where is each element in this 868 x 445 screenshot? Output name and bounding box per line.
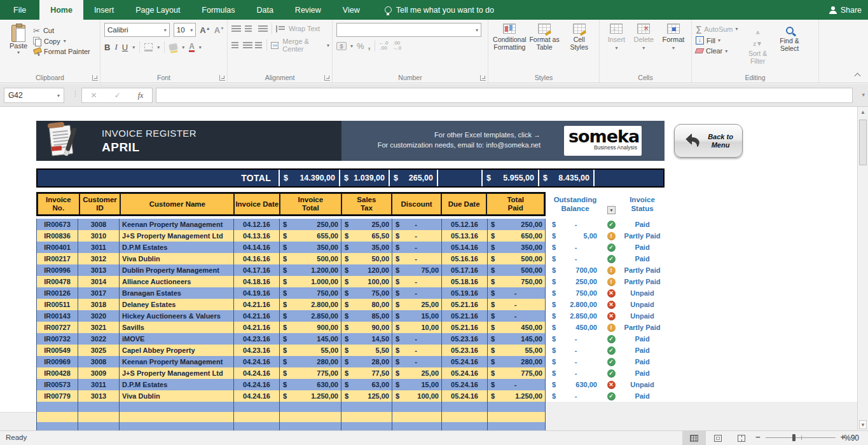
- cell-total-paid[interactable]: $-: [488, 299, 546, 310]
- cell-invoice-total[interactable]: $2.850,00: [280, 310, 341, 322]
- cell-due-date[interactable]: 05.14.16: [442, 242, 488, 253]
- cell-sales-tax[interactable]: $85,00: [341, 310, 392, 322]
- cell-invoice-no[interactable]: IR00996: [36, 264, 78, 276]
- cell-invoice-total[interactable]: $280,00: [280, 356, 341, 367]
- cell-invoice-status[interactable]: Unpaid: [620, 310, 665, 322]
- cell-styles-button[interactable]: Cell Styles: [561, 24, 596, 71]
- cell-total-paid[interactable]: $500,00: [488, 264, 546, 276]
- cell-invoice-total[interactable]: $250,00: [280, 219, 341, 230]
- shrink-font-button[interactable]: A▼: [214, 25, 224, 35]
- tab-home[interactable]: Home: [39, 0, 83, 20]
- italic-button[interactable]: I: [114, 42, 117, 52]
- cell-total-paid[interactable]: $-: [488, 379, 546, 390]
- tell-me-box[interactable]: Tell me what you want to do: [385, 0, 494, 20]
- status-icon-cell[interactable]: !: [602, 264, 620, 276]
- cell-due-date[interactable]: 05.12.16: [442, 219, 488, 230]
- font-color-button[interactable]: A: [189, 43, 195, 52]
- increase-decimal-button[interactable]: ←.0.00: [379, 41, 389, 51]
- enter-icon[interactable]: ✓: [114, 91, 121, 100]
- cell-invoice-total[interactable]: $500,00: [280, 253, 341, 264]
- cell-invoice-status[interactable]: Paid: [620, 253, 665, 264]
- format-as-table-button[interactable]: Format as Table: [527, 24, 562, 71]
- cell-sales-tax[interactable]: $120,00: [341, 264, 392, 276]
- merge-center-button[interactable]: Merge & Center: [282, 38, 323, 53]
- cell-discount[interactable]: $-: [392, 345, 442, 356]
- format-painter-button[interactable]: Format Painter: [33, 48, 90, 55]
- empty-cell[interactable]: [442, 402, 488, 412]
- collapse-ribbon-button[interactable]: [855, 72, 860, 78]
- format-cells-button[interactable]: Format ▾: [663, 24, 685, 71]
- cell-invoice-date[interactable]: 04.24.16: [234, 379, 280, 390]
- filter-button[interactable]: ▼: [607, 206, 616, 214]
- cell-sales-tax[interactable]: $63,00: [341, 379, 392, 390]
- zoom-slider-thumb[interactable]: [792, 434, 796, 441]
- cell-customer-name[interactable]: Viva Dublin: [120, 253, 234, 264]
- scroll-down-icon[interactable]: ▼: [859, 420, 867, 429]
- cell-due-date[interactable]: 05.23.16: [442, 333, 488, 345]
- cell-invoice-date[interactable]: 04.23.16: [234, 345, 280, 356]
- cell-outstanding-balance[interactable]: $-: [548, 367, 602, 379]
- cell-customer-name[interactable]: Keenan Property Management: [120, 356, 234, 367]
- cell-discount[interactable]: $15,00: [392, 379, 442, 390]
- align-center-icon[interactable]: [243, 42, 251, 48]
- cell-total-paid[interactable]: $280,00: [488, 356, 546, 367]
- number-format-select[interactable]: ▾: [336, 23, 481, 37]
- font-name-select[interactable]: Calibri▾: [104, 23, 170, 37]
- empty-cell[interactable]: [234, 422, 280, 430]
- cell-customer-id[interactable]: 3021: [78, 322, 120, 333]
- empty-cell[interactable]: [36, 402, 78, 412]
- cell-customer-name[interactable]: Alliance Auctioneers: [120, 276, 234, 287]
- status-icon-cell[interactable]: !: [602, 276, 620, 287]
- cell-invoice-total[interactable]: $900,00: [280, 322, 341, 333]
- paste-button[interactable]: Paste ▾: [4, 25, 33, 71]
- empty-cell[interactable]: [341, 412, 392, 422]
- cell-invoice-no[interactable]: IR00732: [36, 333, 78, 345]
- cell-customer-id[interactable]: 3022: [78, 333, 120, 345]
- cell-sales-tax[interactable]: $80,00: [341, 299, 392, 310]
- cell-invoice-no[interactable]: IR00573: [36, 379, 78, 390]
- cell-total-paid[interactable]: $55,00: [488, 345, 546, 356]
- insert-function-icon[interactable]: fx: [138, 91, 144, 100]
- status-icon-cell[interactable]: ✓: [602, 367, 620, 379]
- cell-customer-name[interactable]: Delaney Estates: [120, 299, 234, 310]
- clear-button[interactable]: Clear▾: [696, 47, 738, 55]
- bold-button[interactable]: B: [104, 43, 110, 52]
- cell-sales-tax[interactable]: $125,00: [341, 390, 392, 402]
- empty-cell[interactable]: [488, 412, 546, 422]
- status-icon-cell[interactable]: ✓: [602, 390, 620, 402]
- accounting-format-button[interactable]: $: [336, 42, 347, 50]
- cell-total-paid[interactable]: $500,00: [488, 253, 546, 264]
- cell-customer-name[interactable]: Keenan Property Management: [120, 219, 234, 230]
- cell-invoice-no[interactable]: IR00549: [36, 345, 78, 356]
- cell-invoice-date[interactable]: 04.23.16: [234, 333, 280, 345]
- cell-discount[interactable]: $-: [392, 242, 442, 253]
- cell-due-date[interactable]: 05.21.16: [442, 299, 488, 310]
- cell-invoice-status[interactable]: Paid: [620, 345, 665, 356]
- delete-cells-button[interactable]: Delete ▾: [633, 24, 654, 71]
- cell-total-paid[interactable]: $250,00: [488, 219, 546, 230]
- cell-invoice-status[interactable]: Paid: [620, 390, 665, 402]
- cell-customer-name[interactable]: Viva Dublin: [120, 390, 234, 402]
- borders-button[interactable]: [144, 43, 153, 51]
- status-icon-cell[interactable]: ✓: [602, 333, 620, 345]
- cell-invoice-no[interactable]: IR00126: [36, 287, 78, 299]
- cell-customer-name[interactable]: D.P.M Estates: [120, 379, 234, 390]
- cell-due-date[interactable]: 05.19.16: [442, 287, 488, 299]
- cell-outstanding-balance[interactable]: $700,00: [548, 264, 602, 276]
- cell-discount[interactable]: $10,00: [392, 322, 442, 333]
- cell-discount[interactable]: $-: [392, 356, 442, 367]
- insert-cells-button[interactable]: Insert ▾: [608, 24, 626, 71]
- empty-cell[interactable]: [120, 402, 234, 412]
- align-right-icon[interactable]: [255, 42, 263, 48]
- cell-invoice-no[interactable]: IR00836: [36, 230, 78, 242]
- tab-view[interactable]: View: [332, 0, 371, 20]
- vertical-scrollbar[interactable]: ▲ ▼: [857, 107, 868, 430]
- wrap-text-button[interactable]: Wrap Text: [289, 25, 320, 32]
- page-layout-view-button[interactable]: [706, 431, 729, 445]
- cell-invoice-total[interactable]: $630,00: [280, 379, 341, 390]
- cell-outstanding-balance[interactable]: $5,00: [548, 230, 602, 242]
- tab-review[interactable]: Review: [284, 0, 332, 20]
- cell-sales-tax[interactable]: $35,00: [341, 242, 392, 253]
- cell-invoice-total[interactable]: $1.200,00: [280, 264, 341, 276]
- status-icon-cell[interactable]: !: [602, 230, 620, 242]
